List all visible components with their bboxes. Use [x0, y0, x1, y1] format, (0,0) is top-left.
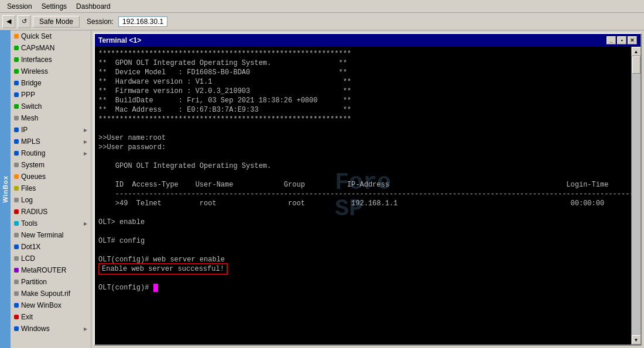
sidebar-item-exit[interactable]: Exit: [11, 311, 91, 323]
mpls-label: MPLS: [21, 137, 40, 146]
sidebar-item-quick-set[interactable]: Quick Set: [11, 30, 91, 42]
session-label: Session:: [87, 18, 114, 26]
sidebar-item-routing[interactable]: Routing: [11, 147, 91, 159]
new-terminal-label: New Terminal: [21, 231, 63, 239]
sidebar-item-new-terminal[interactable]: New Terminal: [11, 229, 91, 241]
refresh-button[interactable]: ↺: [18, 15, 30, 28]
capsman-label: CAPsMAN: [21, 44, 54, 52]
dot1x-icon: [14, 244, 19, 249]
winbox-label: WinBox: [2, 175, 9, 203]
quick-set-label: Quick Set: [21, 32, 52, 40]
sidebar-item-metarouter[interactable]: MetaROUTER: [11, 264, 91, 276]
sidebar-item-switch[interactable]: Switch: [11, 101, 91, 112]
bridge-icon: [14, 81, 19, 85]
ip-label: IP: [21, 126, 28, 134]
windows-label: Windows: [21, 325, 50, 333]
sidebar-item-interfaces[interactable]: Interfaces: [11, 54, 91, 66]
files-label: Files: [21, 184, 36, 192]
terminal-body[interactable]: ForoSP *********************************…: [95, 47, 631, 344]
queues-label: Queues: [21, 173, 46, 181]
mesh-icon: [14, 116, 19, 120]
sidebar-item-lcd[interactable]: LCD: [11, 253, 91, 264]
mesh-label: Mesh: [21, 114, 38, 122]
sidebar-item-radius[interactable]: RADIUS: [11, 206, 91, 218]
sidebar-item-capsman[interactable]: CAPsMAN: [11, 42, 91, 54]
ppp-icon: [14, 92, 19, 97]
scroll-thumb[interactable]: [632, 56, 640, 74]
sidebar-item-partition[interactable]: Partition: [11, 276, 91, 288]
back-button[interactable]: ◀: [2, 15, 15, 28]
windows-icon: [14, 326, 19, 331]
metarouter-icon: [14, 268, 19, 273]
system-icon: [14, 163, 19, 167]
scroll-track[interactable]: [632, 56, 640, 335]
interfaces-icon: [14, 57, 19, 62]
ip-icon: [14, 128, 19, 132]
tools-icon: [14, 221, 19, 226]
terminal-window: Terminal <1> _ ▪ ✕ ForoSP **************…: [94, 33, 642, 346]
routing-label: Routing: [21, 149, 45, 157]
sidebar-item-wireless[interactable]: Wireless: [11, 66, 91, 77]
terminal-container: Terminal <1> _ ▪ ✕ ForoSP **************…: [91, 30, 644, 348]
partition-icon: [14, 280, 19, 284]
main-layout: WinBox Quick SetCAPsMANInterfacesWireles…: [0, 30, 644, 348]
sidebar-item-bridge[interactable]: Bridge: [11, 77, 91, 89]
make-supout.rif-icon: [14, 291, 19, 296]
menu-session[interactable]: Session: [2, 1, 37, 12]
session-ip: 192.168.30.1: [118, 16, 167, 27]
sidebar-item-mpls[interactable]: MPLS: [11, 136, 91, 147]
terminal-titlebar: Terminal <1> _ ▪ ✕: [95, 34, 640, 47]
sidebar-item-ppp[interactable]: PPP: [11, 89, 91, 101]
exit-label: Exit: [21, 313, 33, 321]
make-supout.rif-label: Make Supout.rif: [21, 290, 70, 298]
sidebar-item-ip[interactable]: IP: [11, 124, 91, 136]
scroll-up-button[interactable]: ▲: [632, 47, 641, 56]
dot1x-label: Dot1X: [21, 243, 40, 251]
tools-label: Tools: [21, 219, 37, 228]
maximize-button[interactable]: ▪: [617, 36, 626, 44]
terminal-title: Terminal <1>: [98, 36, 141, 44]
bridge-label: Bridge: [21, 79, 42, 87]
minimize-button[interactable]: _: [607, 36, 616, 44]
sidebar-item-log[interactable]: Log: [11, 194, 91, 206]
safe-mode-button[interactable]: Safe Mode: [33, 16, 80, 27]
winbox-side: WinBox: [0, 30, 11, 348]
sidebar-item-make-supout.rif[interactable]: Make Supout.rif: [11, 288, 91, 299]
menu-bar: Session Settings Dashboard: [0, 0, 644, 13]
terminal-scrollbar: ▲ ▼: [631, 47, 640, 344]
ppp-label: PPP: [21, 91, 35, 99]
sidebar-item-tools[interactable]: Tools: [11, 218, 91, 229]
sidebar-item-windows[interactable]: Windows: [11, 323, 91, 335]
sidebar-item-queues[interactable]: Queues: [11, 171, 91, 182]
sidebar-item-dot1x[interactable]: Dot1X: [11, 241, 91, 253]
capsman-icon: [14, 46, 19, 50]
sidebar-item-mesh[interactable]: Mesh: [11, 112, 91, 124]
wireless-icon: [14, 69, 19, 74]
scroll-down-button[interactable]: ▼: [632, 335, 641, 344]
wireless-label: Wireless: [21, 67, 48, 75]
terminal-content-area: ForoSP *********************************…: [95, 47, 640, 344]
new-winbox-icon: [14, 303, 19, 308]
log-icon: [14, 198, 19, 202]
radius-label: RADIUS: [21, 208, 47, 216]
partition-label: Partition: [21, 278, 47, 286]
sidebar-item-files[interactable]: Files: [11, 182, 91, 194]
menu-settings[interactable]: Settings: [37, 1, 71, 12]
interfaces-label: Interfaces: [21, 56, 52, 64]
queues-icon: [14, 174, 19, 179]
sidebar-item-new-winbox[interactable]: New WinBox: [11, 299, 91, 311]
sidebar-wrapper: WinBox Quick SetCAPsMANInterfacesWireles…: [0, 30, 91, 348]
files-icon: [14, 186, 19, 191]
terminal-cursor: [153, 284, 158, 292]
routing-icon: [14, 151, 19, 156]
sidebar-item-system[interactable]: System: [11, 159, 91, 171]
toolbar: ◀ ↺ Safe Mode Session: 192.168.30.1: [0, 13, 644, 30]
new-terminal-icon: [14, 233, 19, 237]
switch-label: Switch: [21, 102, 42, 111]
radius-icon: [14, 209, 19, 214]
sidebar: Quick SetCAPsMANInterfacesWirelessBridge…: [11, 30, 91, 348]
terminal-titlebar-buttons: _ ▪ ✕: [607, 36, 637, 44]
exit-icon: [14, 315, 19, 319]
menu-dashboard[interactable]: Dashboard: [71, 1, 115, 12]
close-button[interactable]: ✕: [628, 36, 637, 44]
